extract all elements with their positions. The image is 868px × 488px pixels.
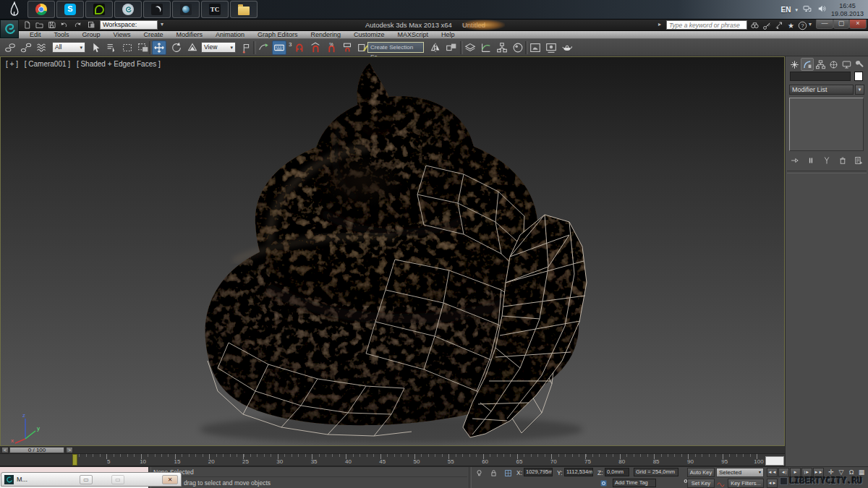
menu-create[interactable]: Create: [137, 31, 169, 38]
show-end-result-icon[interactable]: [804, 155, 817, 166]
tab-modify-icon[interactable]: [801, 58, 814, 71]
schematic-view-icon[interactable]: [495, 40, 509, 55]
menu-group[interactable]: Group: [76, 31, 107, 38]
save-file-button[interactable]: [46, 20, 57, 30]
key-curve-icon[interactable]: [715, 478, 726, 488]
help-caret-icon[interactable]: ▾: [809, 21, 812, 27]
close-button[interactable]: ×: [849, 20, 867, 29]
menu-graph-editors[interactable]: Graph Editors: [251, 31, 305, 38]
help-icon[interactable]: ?: [797, 20, 808, 30]
key-filters-button[interactable]: Key Filters...: [728, 479, 764, 488]
material-editor-icon[interactable]: [511, 40, 525, 55]
tab-utilities-icon[interactable]: [853, 58, 866, 71]
select-and-move-icon[interactable]: [152, 40, 166, 55]
render-production-icon[interactable]: [560, 40, 574, 55]
tab-motion-icon[interactable]: [827, 58, 840, 71]
snaps-toggle-icon[interactable]: [292, 40, 307, 55]
mini-window-close-button[interactable]: ✕: [162, 475, 178, 484]
keyboard-shortcut-override-icon[interactable]: [272, 40, 286, 55]
select-and-manipulate-icon[interactable]: [256, 40, 271, 55]
workspace-selector[interactable]: Workspace: Default: [100, 20, 158, 30]
open-file-button[interactable]: [34, 20, 45, 30]
taskbar-nvidia-button[interactable]: [85, 1, 113, 18]
star-icon[interactable]: ★: [786, 20, 796, 30]
subscription-key-icon[interactable]: [762, 20, 773, 30]
tab-display-icon[interactable]: [840, 58, 853, 71]
viewport-canvas[interactable]: z x y: [1, 57, 785, 446]
menu-tools[interactable]: Tools: [48, 31, 76, 38]
use-pivot-point-center-icon[interactable]: [239, 40, 253, 55]
time-slider-handle[interactable]: 0 / 100: [9, 447, 64, 453]
workspace-caret-icon[interactable]: ▾: [161, 21, 163, 27]
mirror-icon[interactable]: [428, 40, 443, 55]
time-slider[interactable]: < 0 / 100 >: [0, 446, 785, 454]
key-mode-toggle-button[interactable]: ◄►: [767, 479, 778, 488]
taskbar-3dsmax-button[interactable]: [114, 1, 142, 18]
floating-mini-window[interactable]: M... ▭ ▭ ✕: [1, 472, 182, 487]
communication-icon[interactable]: [774, 20, 785, 30]
speaker-icon[interactable]: [817, 4, 827, 17]
new-scene-button[interactable]: [22, 20, 33, 30]
tab-hierarchy-icon[interactable]: [814, 58, 827, 71]
minimize-button[interactable]: —: [816, 20, 833, 29]
menu-edit[interactable]: Edit: [23, 31, 48, 38]
taskbar-camera-app-button[interactable]: [172, 1, 200, 18]
y-coordinate-field[interactable]: 1112,534m: [564, 468, 593, 476]
selection-lock-icon[interactable]: [488, 468, 499, 478]
select-and-link-icon[interactable]: [3, 40, 17, 55]
undo-button[interactable]: [59, 20, 69, 30]
set-key-button[interactable]: Set Key: [687, 479, 715, 488]
tab-create-icon[interactable]: [788, 58, 801, 71]
modifier-list-arrow[interactable]: ▾: [855, 85, 864, 95]
pin-stack-icon[interactable]: [788, 155, 801, 166]
viewport-general-menu[interactable]: [ + ]: [6, 60, 18, 68]
viewport-pov-menu[interactable]: [ Camera001 ]: [25, 60, 70, 68]
mini-window-restore-button[interactable]: ▭: [80, 475, 93, 484]
menu-maxscript[interactable]: MAXScript: [391, 31, 435, 38]
mini-window-minimize-button[interactable]: ▭: [111, 475, 124, 484]
camera-viewport[interactable]: [ + ] [ Camera001 ] [ Shaded + Edged Fac…: [0, 56, 785, 446]
menu-rendering[interactable]: Rendering: [305, 31, 348, 38]
window-crossing-toggle-icon[interactable]: [136, 40, 150, 55]
menu-help[interactable]: Help: [435, 31, 461, 38]
object-name-field[interactable]: [790, 72, 851, 81]
chevron-down-icon[interactable]: ▾: [795, 7, 798, 13]
z-coordinate-field[interactable]: 0,0mm: [605, 468, 629, 476]
previous-frame-button[interactable]: <: [1, 447, 9, 453]
named-selection-sets-field[interactable]: Create Selection Se: [367, 42, 424, 53]
taskbar-clock[interactable]: 16:45 19.08.2013: [831, 2, 864, 18]
configure-modifier-sets-icon[interactable]: [852, 155, 865, 166]
add-time-tag[interactable]: Add Time Tag: [613, 479, 656, 487]
taskbar-chrome-button[interactable]: [27, 1, 55, 18]
taskbar-folder-button[interactable]: [230, 1, 258, 18]
layer-manager-icon[interactable]: [463, 40, 477, 55]
maximize-button[interactable]: ▢: [833, 20, 849, 29]
network-icon[interactable]: [802, 4, 812, 17]
menu-views[interactable]: Views: [107, 31, 137, 38]
rendered-frame-window-icon[interactable]: [544, 40, 558, 55]
current-frame-marker[interactable]: [72, 454, 77, 466]
modifier-list-dropdown[interactable]: Modifier List: [789, 85, 854, 95]
unlink-selection-icon[interactable]: [19, 40, 33, 55]
object-color-swatch[interactable]: [854, 72, 863, 81]
render-setup-icon[interactable]: [528, 40, 542, 55]
absolute-mode-icon[interactable]: [502, 468, 514, 478]
project-folder-button[interactable]: [86, 20, 97, 30]
viewport-shading-menu[interactable]: [ Shaded + Edged Faces ]: [77, 60, 161, 68]
angle-snap-toggle-icon[interactable]: [308, 40, 323, 55]
rectangular-selection-region-icon[interactable]: [120, 40, 135, 55]
make-unique-icon[interactable]: [820, 155, 833, 166]
x-coordinate-field[interactable]: 1029,795m: [524, 468, 553, 476]
menu-modifiers[interactable]: Modifiers: [169, 31, 209, 38]
binoculars-icon[interactable]: [749, 20, 760, 30]
taskbar-tc-app-button[interactable]: TC: [201, 1, 229, 18]
select-object-icon[interactable]: [88, 40, 103, 55]
align-icon[interactable]: [444, 40, 459, 55]
select-and-rotate-icon[interactable]: [169, 40, 184, 55]
animation-set-dropdown[interactable]: Selected▾: [716, 468, 764, 477]
reference-coordinate-system-dropdown[interactable]: View▾: [201, 42, 236, 53]
select-and-scale-icon[interactable]: [185, 40, 200, 55]
redo-button[interactable]: [72, 20, 83, 30]
taskbar-dark-app-button[interactable]: [143, 1, 171, 18]
application-menu-button[interactable]: [0, 20, 19, 38]
